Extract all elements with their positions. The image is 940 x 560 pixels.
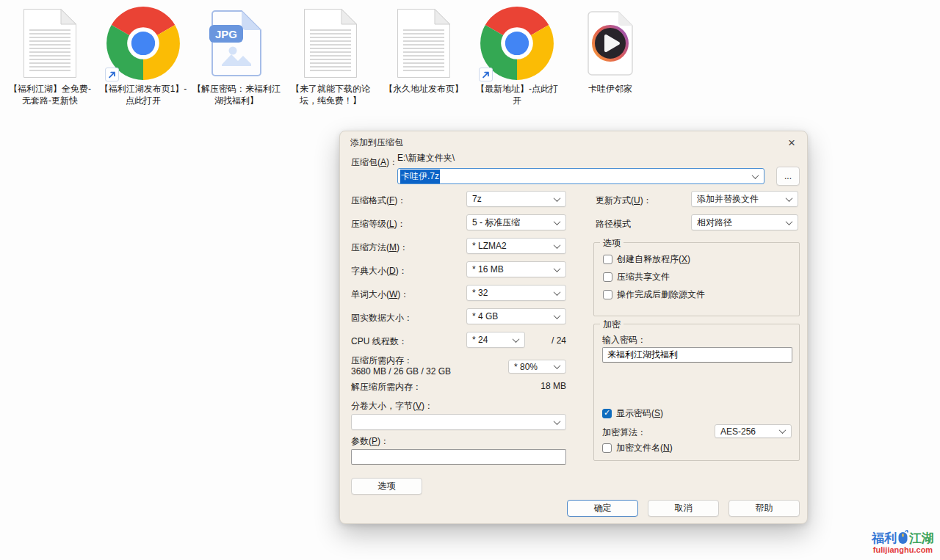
method-select[interactable]: * LZMA2: [466, 238, 566, 254]
desktop-icon-label: 【解压密码：来福利江湖找福利】: [192, 84, 281, 106]
chevron-down-icon: [554, 418, 561, 425]
desktop-icon-media-file[interactable]: 卡哇伊邻家: [565, 4, 656, 95]
chevron-down-icon: [554, 265, 561, 272]
checkbox-icon: [603, 272, 612, 282]
method-label: 压缩方法(M)：: [351, 241, 408, 254]
shortcut-arrow-icon: [479, 68, 493, 81]
dictionary-select[interactable]: * 16 MB: [466, 261, 566, 277]
archive-dir-text: E:\新建文件夹\: [397, 152, 455, 164]
desktop-icon-label: 【福利江湖发布页1】-点此打开: [98, 84, 188, 106]
level-select[interactable]: 5 - 标准压缩: [466, 214, 566, 230]
checkbox-label: 压缩共享文件: [617, 271, 670, 283]
jpg-badge-text: JPG: [215, 28, 237, 40]
desktop-icon-label: 【福利江湖】全免费-无套路-更新快: [5, 84, 95, 106]
chevron-down-icon: [752, 172, 759, 179]
cpu-threads-select[interactable]: * 24: [466, 332, 525, 348]
checkbox-label: 操作完成后删除源文件: [617, 288, 705, 301]
checkbox-label: 加密文件名(N): [616, 442, 673, 454]
chrome-icon: [98, 4, 189, 82]
password-input[interactable]: 来福利江湖找福利: [602, 347, 792, 363]
media-file-icon: [565, 4, 656, 82]
memory-usage-value: * 80%: [514, 362, 538, 372]
options-group-legend: 选项: [600, 237, 623, 250]
desktop-icon-publish-page1[interactable]: 【福利江湖发布页1】-点此打开: [98, 4, 189, 106]
dialog-title: 添加到压缩包: [350, 137, 403, 149]
word-size-value: * 32: [472, 288, 488, 298]
format-value: 7z: [472, 194, 482, 204]
memory-usage-label: 压缩所需内存：: [351, 354, 413, 367]
solid-size-select[interactable]: * 4 GB: [466, 308, 566, 324]
solid-size-label: 固实数据大小：: [351, 312, 413, 324]
path-mode-select[interactable]: 相对路径: [691, 214, 798, 230]
parameters-input[interactable]: [351, 449, 566, 465]
dictionary-label: 字典大小(D)：: [351, 265, 408, 277]
update-mode-value: 添加并替换文件: [697, 193, 759, 206]
watermark-text-left: 福利: [872, 532, 897, 545]
checkbox-label: 创建自释放程序(X): [617, 253, 690, 266]
checkbox-icon: [603, 290, 612, 299]
parameters-label: 参数(P)：: [351, 435, 389, 448]
checkbox-show-password[interactable]: 显示密码(S): [602, 407, 663, 419]
dictionary-value: * 16 MB: [472, 264, 504, 274]
options-button[interactable]: 选项: [351, 478, 422, 495]
chevron-down-icon: [554, 218, 561, 225]
cancel-button[interactable]: 取消: [648, 500, 719, 517]
desktop-icon-forum-txt[interactable]: 【来了就能下载的论坛，纯免费！】: [285, 4, 376, 106]
chevron-down-icon: [779, 426, 787, 434]
format-select[interactable]: 7z: [466, 191, 566, 207]
browse-button[interactable]: ...: [776, 167, 800, 186]
add-to-archive-dialog: 添加到压缩包 × 压缩包(A)： E:\新建文件夹\ 卡哇伊.7z ... 压缩…: [339, 131, 808, 524]
chevron-down-icon: [554, 241, 561, 249]
format-label: 压缩格式(F)：: [351, 194, 406, 207]
ok-button[interactable]: 确定: [567, 500, 638, 517]
text-file-icon: [4, 4, 95, 82]
encryption-method-value: AES-256: [720, 426, 756, 437]
help-button[interactable]: 帮助: [728, 500, 800, 517]
cpu-threads-max: / 24: [524, 335, 566, 346]
archive-label: 压缩包(A)：: [351, 156, 398, 169]
password-value: 来福利江湖找福利: [607, 349, 678, 361]
checkbox-encrypt-filenames[interactable]: 加密文件名(N): [602, 442, 673, 454]
desktop-icon-label: 【来了就能下载的论坛，纯免费！】: [286, 84, 375, 106]
checkbox-create-sfx[interactable]: 创建自释放程序(X): [603, 253, 690, 265]
word-size-select[interactable]: * 32: [466, 285, 566, 301]
volume-size-combo[interactable]: [351, 414, 566, 430]
level-value: 5 - 标准压缩: [472, 217, 520, 229]
memory-usage-select[interactable]: * 80%: [508, 360, 566, 374]
chevron-down-icon: [554, 362, 561, 369]
desktop-icon-password-jpg[interactable]: JPG 【解压密码：来福利江湖找福利】: [191, 4, 282, 106]
desktop-icon-latest-address[interactable]: 【最新地址】-点此打开: [471, 4, 563, 106]
mouse-icon: [897, 529, 908, 545]
archive-name-combo[interactable]: 卡哇伊.7z: [397, 168, 764, 184]
encryption-method-label: 加密算法：: [602, 426, 646, 439]
desktop-icon-label: 卡哇伊邻家: [588, 84, 632, 95]
jpg-file-icon: JPG: [191, 4, 282, 82]
level-label: 压缩等级(L)：: [351, 218, 406, 230]
encryption-method-select[interactable]: AES-256: [715, 424, 792, 438]
password-label: 输入密码：: [602, 334, 646, 346]
site-watermark: 福利 江湖 fulijianghu.com: [872, 529, 934, 554]
checkbox-delete-after[interactable]: 操作完成后删除源文件: [603, 288, 705, 300]
desktop-icon-permanent-address-txt[interactable]: 【永久地址发布页】: [378, 4, 469, 95]
close-icon[interactable]: ×: [782, 134, 801, 152]
shortcut-arrow-icon: [105, 68, 119, 81]
word-size-label: 单词大小(W)：: [351, 288, 409, 301]
chevron-down-icon: [786, 194, 793, 202]
cpu-threads-value: * 24: [472, 335, 488, 345]
update-mode-label: 更新方式(U)：: [596, 194, 652, 207]
checkbox-compress-shared[interactable]: 压缩共享文件: [603, 271, 670, 283]
volume-size-label: 分卷大小，字节(V)：: [351, 400, 433, 412]
update-mode-select[interactable]: 添加并替换文件: [691, 191, 798, 207]
checkbox-icon: [602, 409, 612, 418]
desktop-icon-freeway-txt[interactable]: 【福利江湖】全免费-无套路-更新快: [4, 4, 95, 106]
memory-decompress-label: 解压缩所需内存：: [351, 381, 422, 393]
watermark-url: fulijianghu.com: [873, 546, 933, 554]
checkbox-label: 显示密码(S): [616, 407, 663, 420]
chevron-down-icon: [554, 312, 561, 319]
path-mode-value: 相对路径: [697, 217, 732, 229]
memory-decompress-value: 18 MB: [509, 381, 566, 391]
checkbox-icon: [602, 443, 612, 453]
memory-usage-detail: 3680 MB / 26 GB / 32 GB: [351, 366, 451, 377]
chrome-icon: [471, 4, 563, 82]
method-value: * LZMA2: [472, 241, 507, 251]
